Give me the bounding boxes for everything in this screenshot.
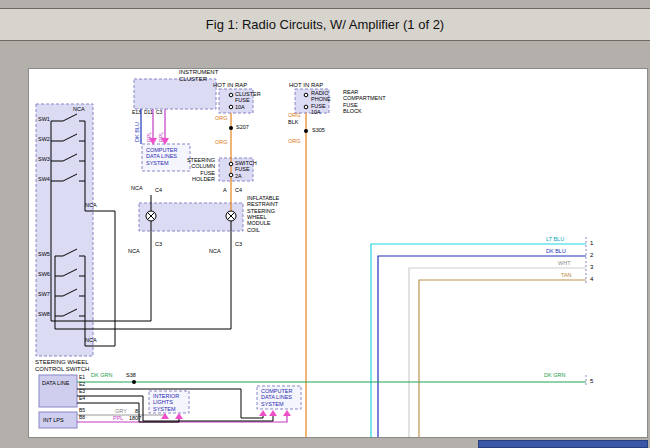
switch-label: SW8 [38, 311, 50, 317]
connector-c4-label: C4 [155, 187, 162, 193]
switch-label: SW2 [38, 136, 50, 142]
splice-s305-label: S305 [312, 127, 325, 133]
figure-title-bar: Fig 1: Radio Circuits, W/ Amplifier (1 o… [0, 8, 650, 41]
pin-label: B5 [79, 408, 85, 414]
connector-c4-label: C4 [235, 187, 242, 193]
terminal-number: 5 [590, 378, 593, 385]
splice-s207-label: S207 [236, 124, 249, 130]
cluster-pin-label: C3 [156, 110, 162, 116]
switch-label: SW7 [38, 291, 50, 297]
switch-fuse-label: SWITCH FUSE 2A [235, 160, 257, 179]
dk-blu-wire-label: DK BLU [546, 248, 566, 254]
org-wire-label: ORG [215, 139, 228, 145]
blk-wire-label: BLK [288, 119, 298, 125]
steering-column-fuse-holder-label: STEERING COLUMN FUSE HOLDER [185, 157, 215, 182]
connector-c3-label: C3 [155, 241, 162, 247]
terminal-number: 2 [590, 252, 593, 259]
cluster-pin-label: E13 [132, 110, 141, 116]
circuit-number: 8 [135, 408, 138, 414]
figure-title: Fig 1: Radio Circuits, W/ Amplifier (1 o… [206, 17, 444, 32]
arrow-up-icon [175, 413, 183, 419]
hot-in-rap-label: HOT IN RAP [289, 82, 323, 89]
switch-label: SW6 [38, 271, 50, 277]
wire-wht [409, 268, 586, 437]
dk-grn-wire-label: DK GRN [544, 372, 565, 378]
splice-s207-dot [229, 126, 233, 130]
fuse-terminal [229, 162, 233, 166]
wire-lt-blu [371, 244, 586, 437]
splice-s305-dot [304, 129, 308, 133]
background-window-fragment[interactable] [478, 440, 648, 448]
org-wire-label: ORG [215, 115, 228, 121]
wire-tan [419, 280, 586, 437]
interior-lights-system-label: INTERIOR LIGHTS SYSTEM [153, 393, 179, 412]
hot-in-rap-label: HOT IN RAP [213, 82, 247, 89]
fuse-terminal [304, 93, 308, 97]
switch-label: SW5 [38, 251, 50, 257]
diagram-canvas: INSTRUMENT CLUSTER HOT IN RAP HOT IN RAP… [28, 68, 648, 438]
cluster-pin-label: D11 [144, 110, 153, 116]
terminal-number: 3 [590, 264, 593, 271]
gry-wire-label: GRY [115, 408, 127, 414]
nca-label: NCA [85, 202, 97, 208]
data-line-label: DATA LINE [42, 380, 69, 386]
pin-label: E1 [79, 375, 85, 381]
ppl-wire-label: PPL [146, 132, 152, 142]
switch-label: SW4 [38, 176, 50, 182]
pin-label: E2 [79, 382, 85, 388]
org-wire-label: ORG [288, 138, 301, 144]
fuse-terminal [229, 105, 233, 109]
inflatable-restraint-label: INFLATABLE RESTRAINT STEERING WHEEL MODU… [247, 195, 279, 233]
pin-label: E4 [79, 396, 85, 402]
nca-label: NCA [73, 106, 85, 112]
nca-label: NCA [209, 248, 221, 254]
circuit-number: 1807 [129, 415, 141, 421]
connector-c3-label: C3 [235, 241, 242, 247]
lt-blu-wire-label: LT BLU [546, 236, 564, 242]
dk-grn-wire-label: DK GRN [91, 372, 112, 378]
fuse-terminal [229, 93, 233, 97]
pin-label: B8 [79, 415, 85, 421]
instrument-cluster-box [134, 79, 216, 109]
nca-label: NCA [131, 185, 143, 191]
application-window: Fig 1: Radio Circuits, W/ Amplifier (1 o… [0, 0, 650, 448]
arrow-up-icon [259, 410, 267, 416]
computer-data-lines-system-label: COMPUTER DATA LINES SYSTEM [261, 388, 292, 407]
wht-wire-label: WHT [558, 260, 571, 266]
switch-label: SW1 [38, 116, 50, 122]
dk-blu-wire-label: DK BLU [134, 122, 140, 142]
tan-wire-label: TAN [561, 272, 572, 278]
radio-phone-fuse-label: RADIO PHONE FUSE 10A [311, 90, 331, 115]
nca-label: NCA [128, 248, 140, 254]
org-wire-label: ORG [288, 112, 301, 118]
fuse-terminal [304, 105, 308, 109]
splice-s38-dot [132, 380, 136, 384]
cluster-fuse-label: CLUSTER FUSE 10A [235, 91, 261, 110]
ppl-wire-label: PPL [113, 415, 123, 421]
int-lps-label: INT LPS [43, 417, 64, 423]
computer-data-lines-system-label: COMPUTER DATA LINES SYSTEM [146, 147, 177, 166]
arrow-up-icon [283, 410, 291, 416]
ppl-wire-label: PPL [158, 132, 164, 142]
arrow-up-icon [269, 410, 277, 416]
rear-compartment-fuse-block-label: REAR COMPARTMENT FUSE BLOCK [343, 89, 386, 114]
instrument-cluster-label: INSTRUMENT CLUSTER [179, 69, 218, 83]
nca-label: NCA [85, 337, 97, 343]
pin-label: E3 [79, 389, 85, 395]
terminal-number: 1 [590, 240, 593, 247]
splice-s38-label: S38 [126, 372, 136, 378]
cavity-a-label: A [223, 187, 227, 193]
switch-label: SW3 [38, 156, 50, 162]
terminal-number: 4 [590, 276, 593, 283]
steering-wheel-control-switch-label: STEERING WHEEL CONTROL SWITCH [35, 359, 99, 373]
fuse-terminal [229, 173, 233, 177]
arrow-up-icon [161, 413, 169, 419]
